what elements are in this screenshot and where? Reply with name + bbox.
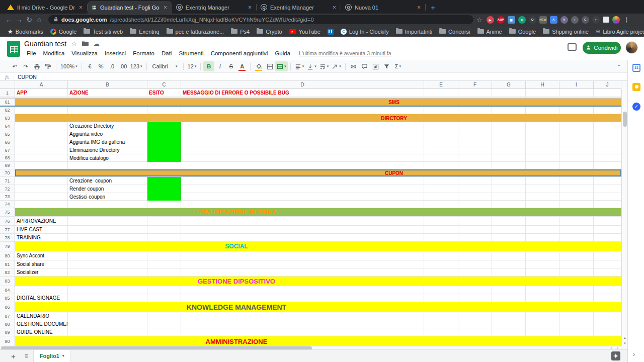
cell-G69[interactable] [492, 162, 526, 169]
row-number[interactable]: 84 [0, 286, 15, 294]
cell-D62[interactable] [181, 107, 424, 114]
cell-B1[interactable]: AZIONE [68, 89, 147, 97]
cell-J67[interactable] [594, 146, 621, 154]
row-number[interactable]: 74 [0, 201, 15, 208]
cell-A1[interactable]: APP [15, 89, 68, 97]
move-extension[interactable]: + [571, 16, 579, 24]
cell-I71[interactable] [559, 177, 594, 185]
horizontal-align-button[interactable]: ▾ [293, 61, 306, 71]
cell-C72[interactable] [147, 185, 181, 193]
redo-button[interactable]: ↷ [20, 61, 31, 71]
cell-D84[interactable] [181, 286, 424, 294]
cell-J88[interactable] [594, 320, 621, 328]
cell-G82[interactable] [492, 268, 526, 277]
cell-C77[interactable] [147, 226, 181, 234]
bookmark-item[interactable]: ⊕Libro Agile project... [593, 28, 644, 35]
bookmark-item[interactable]: CLog In - Clockify [338, 29, 391, 35]
cell-E71[interactable] [424, 177, 458, 185]
cell-E1[interactable] [424, 89, 458, 97]
menu-guida[interactable]: Guida [271, 49, 294, 57]
cell-I88[interactable] [559, 320, 594, 328]
cell-A89[interactable]: GUIDE ONLINE [15, 328, 68, 336]
cell-B85[interactable] [68, 294, 147, 302]
merged-band-row-83[interactable]: GESTIONE DIPSOSITIVO [15, 277, 621, 286]
tab-close-icon[interactable]: × [416, 4, 422, 11]
cell-C69[interactable] [147, 162, 181, 169]
cell-G72[interactable] [492, 185, 526, 193]
cell-D74[interactable] [181, 201, 424, 208]
bookmark-item[interactable]: Importatinti [393, 29, 435, 35]
cell-D72[interactable] [181, 185, 424, 193]
fill-color-button[interactable] [253, 61, 264, 71]
row-number[interactable]: 62 [0, 107, 15, 114]
cell-H64[interactable] [526, 122, 559, 130]
cell-B81[interactable] [68, 260, 147, 268]
cell-F71[interactable] [458, 177, 492, 185]
cell-E76[interactable] [424, 217, 458, 226]
cell-C73[interactable] [147, 193, 181, 201]
row-number[interactable]: 76 [0, 217, 15, 226]
cell-E85[interactable] [424, 294, 458, 302]
increase-decimals-button[interactable]: .00 [118, 61, 129, 71]
cell-I77[interactable] [559, 226, 594, 234]
cell-B67[interactable]: Eliminazione Directory [68, 146, 147, 154]
insert-comment-button[interactable] [359, 61, 370, 71]
cell-I89[interactable] [559, 328, 594, 336]
cell-A66[interactable] [15, 138, 68, 146]
cell-D82[interactable] [181, 268, 424, 277]
cell-I72[interactable] [559, 185, 594, 193]
zoom-select[interactable]: 100%▾ [59, 61, 79, 71]
cell-C71[interactable] [147, 177, 181, 185]
cell-H80[interactable] [526, 251, 559, 260]
cell-B88[interactable] [68, 320, 147, 328]
cell-I62[interactable] [559, 107, 594, 114]
row-number[interactable]: 83 [0, 277, 15, 286]
cell-I81[interactable] [559, 260, 594, 268]
cell-B82[interactable] [68, 268, 147, 277]
bookmark-item[interactable]: pec e fatturazione... [164, 29, 227, 35]
cell-A69[interactable] [15, 162, 68, 169]
cell-G87[interactable] [492, 312, 526, 320]
cell-J69[interactable] [594, 162, 621, 169]
column-header-D[interactable]: D [181, 81, 424, 89]
bold-button[interactable]: B [203, 61, 214, 71]
cell-J82[interactable] [594, 268, 621, 277]
cell-C62[interactable] [147, 107, 181, 114]
tab-close-icon[interactable]: × [163, 4, 168, 11]
cell-G76[interactable] [492, 217, 526, 226]
cell-D71[interactable] [181, 177, 424, 185]
windows-extension[interactable]: ▣ [508, 16, 515, 24]
c-extension[interactable]: C [582, 16, 589, 24]
cell-F68[interactable] [458, 154, 492, 162]
column-header-G[interactable]: G [492, 81, 526, 89]
pocket-extension[interactable]: ▶ [487, 16, 494, 24]
cell-J76[interactable] [594, 217, 621, 226]
cell-D73[interactable] [181, 193, 424, 201]
cell-H69[interactable] [526, 162, 559, 169]
v-extension[interactable]: V [560, 16, 568, 24]
column-header-A[interactable]: A [15, 81, 68, 89]
cell-H84[interactable] [526, 286, 559, 294]
cell-A71[interactable] [15, 177, 68, 185]
cell-D67[interactable] [181, 146, 424, 154]
row-number[interactable]: 73 [0, 193, 15, 201]
cell-E84[interactable] [424, 286, 458, 294]
cell-H77[interactable] [526, 226, 559, 234]
vertical-align-button[interactable]: ▾ [305, 61, 318, 71]
cell-C68[interactable] [147, 154, 181, 162]
cell-E88[interactable] [424, 320, 458, 328]
vertical-scroll-thumb[interactable] [623, 112, 627, 127]
tab-close-icon[interactable]: × [332, 4, 337, 11]
cell-J84[interactable] [594, 286, 621, 294]
borders-button[interactable] [264, 61, 275, 71]
all-sheets-button[interactable]: ≡ [20, 352, 33, 359]
format-currency-button[interactable]: € [85, 61, 96, 71]
row-number[interactable]: 85 [0, 294, 15, 302]
cell-J78[interactable] [594, 234, 621, 242]
bookmark-item[interactable]: Concorsi [437, 29, 472, 35]
cell-C76[interactable] [147, 217, 181, 226]
menu-componenti-aggiuntivi[interactable]: Componenti aggiuntivi [207, 49, 272, 57]
cell-E89[interactable] [424, 328, 458, 336]
cell-H78[interactable] [526, 234, 559, 242]
row-number[interactable]: 72 [0, 185, 15, 193]
